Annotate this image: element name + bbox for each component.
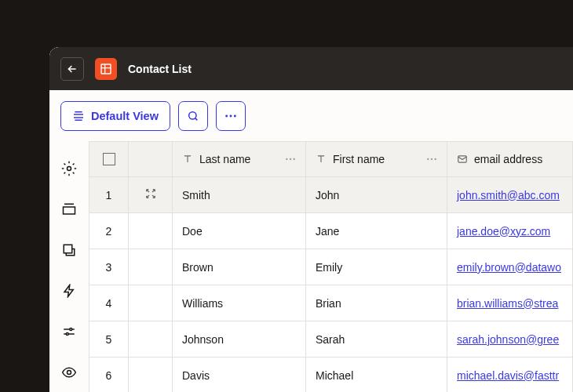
text-icon — [182, 154, 193, 165]
table-row[interactable]: 3BrownEmilyemily.brown@datawo — [89, 249, 573, 285]
toolbar: Default View — [49, 90, 573, 141]
email-link[interactable]: sarah.johnson@gree — [457, 333, 559, 346]
svg-point-14 — [431, 158, 432, 160]
col-checkbox[interactable] — [89, 142, 129, 177]
settings-icon[interactable] — [61, 161, 77, 176]
bolt-icon[interactable] — [61, 283, 77, 299]
email-link[interactable]: john.smith@abc.com — [457, 189, 560, 201]
cell-first-name[interactable]: John — [306, 177, 447, 213]
svg-rect-6 — [64, 245, 72, 253]
svg-point-9 — [68, 371, 71, 375]
expand-cell — [129, 285, 173, 321]
col-expand — [129, 142, 173, 177]
col-last-name[interactable]: Last name — [173, 142, 306, 177]
svg-point-11 — [290, 158, 291, 160]
app-icon — [95, 58, 117, 80]
svg-point-10 — [286, 158, 287, 160]
filter-icon[interactable] — [61, 242, 77, 258]
row-number: 1 — [89, 177, 129, 213]
view-icon — [72, 110, 85, 122]
table-row[interactable]: 6DavisMichaelmichael.davis@fasttr — [89, 358, 573, 393]
svg-rect-0 — [101, 64, 111, 74]
expand-cell — [129, 321, 173, 358]
contact-table: Last name First name — [89, 141, 573, 392]
col-last-name-label: Last name — [199, 153, 250, 165]
cell-email[interactable]: emily.brown@datawo — [447, 249, 573, 285]
email-link[interactable]: emily.brown@datawo — [457, 261, 561, 274]
svg-point-5 — [68, 167, 71, 171]
header-bar: Contact List — [49, 47, 573, 90]
svg-point-12 — [294, 158, 295, 160]
col-first-name[interactable]: First name — [306, 142, 447, 177]
expand-cell — [129, 213, 173, 249]
cell-last-name[interactable]: Johnson — [173, 321, 306, 358]
sidebar — [49, 141, 89, 392]
email-link[interactable]: michael.davis@fasttr — [457, 369, 559, 382]
row-number: 6 — [89, 358, 129, 393]
cell-email[interactable]: sarah.johnson@gree — [447, 321, 573, 358]
col-email[interactable]: email address — [447, 142, 573, 177]
svg-point-8 — [66, 333, 68, 336]
col-first-name-label: First name — [333, 153, 385, 165]
svg-point-15 — [435, 158, 436, 160]
sliders-icon[interactable] — [61, 324, 77, 339]
cell-first-name[interactable]: Brian — [306, 285, 447, 321]
email-link[interactable]: jane.doe@xyz.com — [457, 225, 550, 238]
table-row[interactable]: 4WilliamsBrianbrian.williams@strea — [89, 285, 573, 321]
email-link[interactable]: brian.williams@strea — [457, 297, 558, 310]
back-button[interactable] — [60, 57, 84, 81]
cell-last-name[interactable]: Williams — [173, 285, 306, 321]
checkbox-icon[interactable] — [103, 153, 115, 165]
expand-cell[interactable] — [129, 177, 173, 213]
row-number: 2 — [89, 213, 129, 249]
svg-point-1 — [189, 111, 196, 118]
cell-last-name[interactable]: Davis — [173, 358, 306, 393]
cell-last-name[interactable]: Brown — [173, 249, 306, 285]
expand-cell — [129, 358, 173, 393]
svg-point-3 — [229, 114, 232, 117]
svg-point-13 — [427, 158, 429, 160]
layout-icon[interactable] — [61, 201, 77, 217]
cell-first-name[interactable]: Jane — [306, 213, 447, 249]
search-button[interactable] — [178, 101, 208, 131]
default-view-label: Default View — [91, 110, 159, 122]
cell-email[interactable]: brian.williams@strea — [447, 285, 573, 321]
row-number: 4 — [89, 285, 129, 321]
cell-last-name[interactable]: Smith — [173, 177, 306, 213]
svg-point-7 — [70, 328, 72, 331]
search-icon — [187, 110, 199, 122]
table-row[interactable]: 5JohnsonSarahsarah.johnson@gree — [89, 321, 573, 358]
cell-first-name[interactable]: Sarah — [306, 321, 447, 358]
svg-point-2 — [225, 114, 228, 117]
mail-icon — [457, 154, 468, 165]
svg-point-4 — [234, 114, 236, 117]
ellipsis-icon[interactable] — [426, 158, 437, 161]
default-view-button[interactable]: Default View — [60, 101, 170, 131]
cell-email[interactable]: michael.davis@fasttr — [447, 358, 573, 393]
table-row[interactable]: 2DoeJanejane.doe@xyz.com — [89, 213, 573, 249]
row-number: 5 — [89, 321, 129, 358]
page-title: Contact List — [128, 63, 192, 75]
table-icon — [100, 63, 112, 75]
text-icon — [316, 154, 327, 165]
table-row[interactable]: 1SmithJohnjohn.smith@abc.com — [89, 177, 573, 213]
cell-first-name[interactable]: Emily — [306, 249, 447, 285]
cell-first-name[interactable]: Michael — [306, 358, 447, 393]
cell-email[interactable]: jane.doe@xyz.com — [447, 213, 573, 249]
cell-last-name[interactable]: Doe — [173, 213, 306, 249]
cell-email[interactable]: john.smith@abc.com — [447, 177, 573, 213]
ellipsis-icon — [224, 114, 237, 118]
more-button[interactable] — [216, 101, 246, 131]
row-number: 3 — [89, 249, 129, 285]
col-email-label: email address — [474, 153, 542, 165]
ellipsis-icon[interactable] — [285, 158, 296, 161]
arrow-left-icon — [66, 63, 78, 75]
expand-cell — [129, 249, 173, 285]
eye-icon[interactable] — [61, 365, 77, 380]
